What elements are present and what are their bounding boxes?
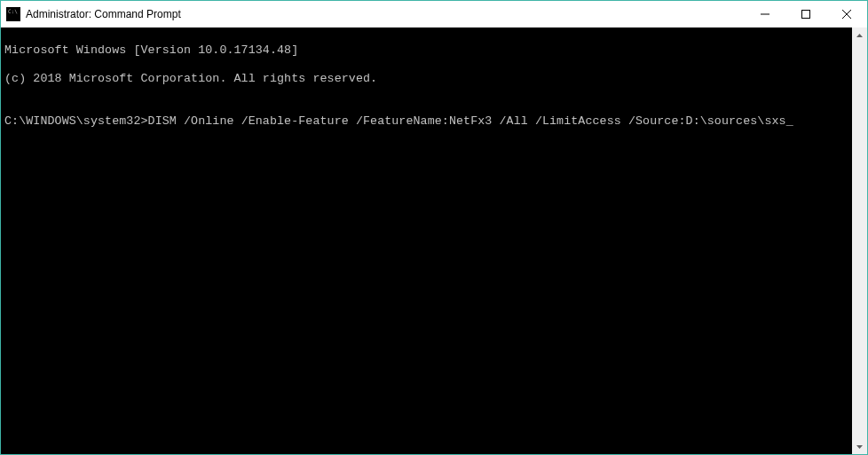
chevron-up-icon — [856, 34, 863, 37]
terminal-command-line: C:\WINDOWS\system32>DISM /Online /Enable… — [4, 114, 848, 129]
maximize-button[interactable] — [785, 1, 826, 27]
chevron-down-icon — [856, 445, 863, 449]
close-icon — [842, 10, 851, 19]
cmd-icon — [6, 7, 20, 21]
scroll-down-button[interactable] — [852, 439, 867, 454]
window-title: Administrator: Command Prompt — [26, 8, 181, 20]
scroll-track[interactable] — [852, 43, 867, 439]
command-prompt-window: Administrator: Command Prompt Microsoft … — [0, 0, 868, 455]
terminal-output[interactable]: Microsoft Windows [Version 10.0.17134.48… — [1, 27, 852, 454]
terminal-prompt: C:\WINDOWS\system32> — [4, 114, 148, 128]
terminal-cursor: _ — [786, 114, 793, 128]
maximize-icon — [801, 10, 810, 19]
terminal-command: DISM /Online /Enable-Feature /FeatureNam… — [148, 114, 786, 128]
scroll-up-button[interactable] — [852, 27, 867, 43]
titlebar[interactable]: Administrator: Command Prompt — [1, 1, 867, 27]
terminal-line: (c) 2018 Microsoft Corporation. All righ… — [4, 72, 848, 86]
terminal-line: Microsoft Windows [Version 10.0.17134.48… — [4, 43, 848, 58]
minimize-button[interactable] — [745, 1, 785, 27]
window-controls — [745, 1, 867, 27]
vertical-scrollbar[interactable] — [852, 27, 867, 454]
client-area: Microsoft Windows [Version 10.0.17134.48… — [1, 27, 867, 454]
close-button[interactable] — [826, 1, 867, 27]
minimize-icon — [761, 10, 769, 19]
svg-rect-1 — [802, 11, 810, 19]
